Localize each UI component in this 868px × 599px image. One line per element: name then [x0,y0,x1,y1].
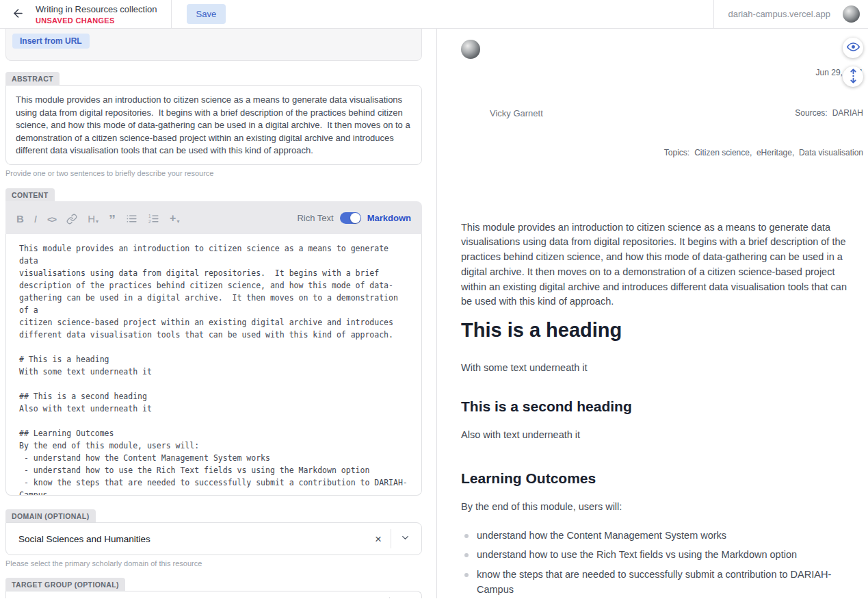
divider [713,0,714,28]
user-avatar[interactable] [843,5,860,23]
document-title-block: Writing in Resources collection UNSAVED … [36,4,157,25]
divider [391,529,391,548]
learning-outcomes-list: understand how the Content Management Sy… [461,528,851,598]
preview-header: Vicky Garnett Jun 29, 2021 Sources:DARIA… [437,29,868,187]
clear-icon[interactable]: × [375,533,382,545]
domain-selected-value: Social Sciences and Humanities [18,534,150,544]
eye-icon [847,40,860,55]
target-group-field-group: TARGET GROUP (OPTIONAL) [5,578,422,598]
markdown-label[interactable]: Markdown [367,213,411,223]
preview-intro-paragraph: This module provides an introduction to … [461,220,851,310]
preview-paragraph: Also with text underneath it [461,428,851,443]
editor-pane: Insert from URL ABSTRACT This module pro… [0,29,437,598]
domain-helper-text: Please select the primary scholarly doma… [5,559,422,568]
code-icon[interactable]: <> [47,211,56,225]
scroll-sync-button[interactable] [843,66,863,87]
back-arrow-icon [12,7,25,22]
back-button[interactable] [0,0,36,29]
topics-line: Topics:Citizen science, eHeritage, Data … [664,146,863,160]
sources-line: Sources:DARIAH [664,107,863,120]
abstract-label: ABSTRACT [5,72,60,85]
abstract-helper-text: Provide one or two sentences to briefly … [5,169,422,177]
rich-text-label: Rich Text [297,213,333,223]
domain-field-group: DOMAIN (OPTIONAL) Social Sciences and Hu… [5,509,422,568]
publish-date: Jun 29, 2021 [664,66,863,80]
content-field-group: CONTENT B I <> H▾ ” 12 +▾ Rich Text [5,188,422,496]
chevron-down-icon[interactable] [400,533,410,546]
heading-icon[interactable]: H▾ [88,211,98,225]
preview-content: This module provides an introduction to … [437,220,868,599]
unsaved-changes-badge: UNSAVED CHANGES [36,16,157,25]
preview-paragraph: With some text underneath it [461,361,851,376]
preview-controls [843,38,863,87]
editor-mode-switch: Rich Text Markdown [297,212,411,224]
domain-label: DOMAIN (OPTIONAL) [5,509,96,522]
abstract-field-group: ABSTRACT This module provides an introdu… [5,72,422,177]
preview-eye-button[interactable] [843,38,863,58]
list-item: understand how to use the Rich Text fiel… [461,548,851,563]
markdown-content: This module provides an introduction to … [19,242,408,496]
blockquote-icon[interactable]: ” [109,211,116,225]
preview-heading-1: This is a heading [461,318,851,342]
top-bar: Writing in Resources collection UNSAVED … [0,0,868,29]
content-label: CONTENT [5,188,55,201]
target-group-label: TARGET GROUP (OPTIONAL) [5,578,125,591]
preview-paragraph: By the end of this module, users will: [461,500,851,515]
bold-icon[interactable]: B [16,211,24,225]
list-item: know the steps that are needed to succes… [461,568,851,598]
preview-meta: Jun 29, 2021 Sources:DARIAH Topics:Citiz… [664,40,863,187]
divider [171,0,172,28]
italic-icon[interactable]: I [34,211,37,225]
svg-text:1: 1 [148,214,151,218]
preview-pane: Vicky Garnett Jun 29, 2021 Sources:DARIA… [437,29,868,598]
divider [389,597,390,598]
media-upload-field: Insert from URL [5,29,422,61]
page-title: Writing in Resources collection [36,4,157,14]
svg-text:2: 2 [148,219,151,224]
insert-from-url-button[interactable]: Insert from URL [12,34,90,49]
site-url: dariah-campus.vercel.app [728,9,830,19]
list-item: understand how the Content Management Sy… [461,528,851,544]
author-name: Vicky Garnett [490,108,543,118]
mode-toggle[interactable] [340,212,361,224]
author-avatar [461,40,480,59]
markdown-toolbar: B I <> H▾ ” 12 +▾ Rich Text Markdo [5,201,422,234]
preview-heading-2: This is a second heading [461,397,851,416]
ordered-list-icon[interactable]: 12 [148,211,159,225]
preview-heading-learning-outcomes: Learning Outcomes [461,469,851,488]
scroll-sync-icon [848,68,858,86]
bullet-list-icon[interactable] [126,211,137,225]
save-button[interactable]: Save [187,4,226,24]
target-group-select[interactable] [5,591,422,598]
abstract-textarea[interactable]: This module provides an introduction to … [5,85,422,165]
markdown-editor-area[interactable]: This module provides an introduction to … [5,234,422,496]
insert-icon[interactable]: +▾ [170,211,179,225]
domain-select[interactable]: Social Sciences and Humanities × [5,522,422,555]
link-icon[interactable] [66,211,77,225]
toggle-knob [350,213,360,223]
